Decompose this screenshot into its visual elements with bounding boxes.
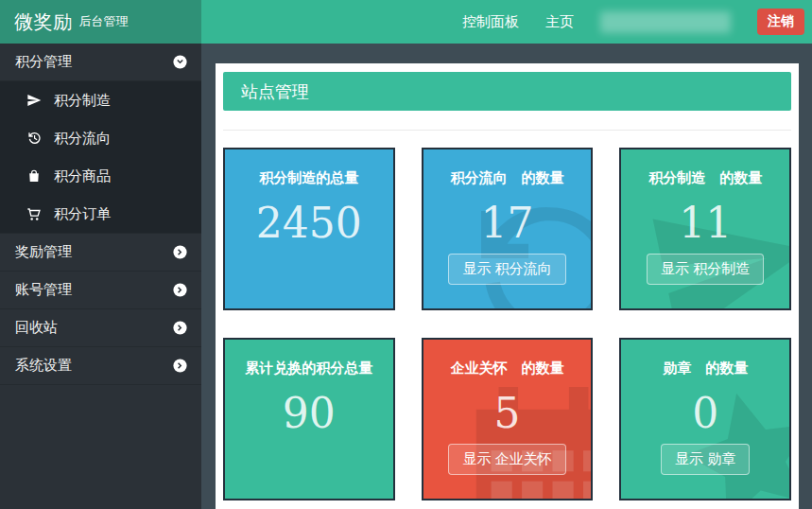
main-layout: 积分管理 积分制造 积分流向 积分商品 bbox=[0, 44, 812, 509]
sidebar-item-label: 积分管理 bbox=[15, 53, 72, 71]
show-points-create-button[interactable]: 显示 积分制造 bbox=[647, 254, 764, 285]
nav-link-home[interactable]: 主页 bbox=[545, 13, 574, 31]
sidebar-subitem-points-flow[interactable]: 积分流向 bbox=[0, 119, 201, 157]
calendar-icon bbox=[454, 376, 593, 500]
topbar: 微奖励 后台管理 控制面板 主页 注销 bbox=[0, 0, 812, 44]
chevron-circle-right-icon bbox=[172, 282, 188, 298]
show-points-flow-button[interactable]: 显示 积分流向 bbox=[448, 254, 565, 285]
shopping-bag-icon bbox=[26, 168, 42, 184]
chevron-circle-right-icon bbox=[172, 320, 188, 336]
show-enterprise-care-button[interactable]: 显示 企业关怀 bbox=[448, 444, 565, 475]
topnav: 控制面板 主页 注销 bbox=[201, 0, 812, 44]
card-value: 17 bbox=[480, 201, 533, 246]
card-title: 企业关怀 的数量 bbox=[450, 360, 563, 377]
sidebar-item-label: 奖励管理 bbox=[15, 243, 72, 261]
sidebar-item-reward-management[interactable]: 奖励管理 bbox=[0, 234, 201, 272]
page-title: 站点管理 bbox=[241, 80, 309, 103]
card-title: 勋章 的数量 bbox=[663, 360, 748, 377]
content-area: 站点管理 积分制造的总量 2450 积分流向 的数量 17 显示 积分流向 bbox=[201, 44, 812, 509]
brand-subtitle: 后台管理 bbox=[79, 13, 129, 30]
card-medal-count: 勋章 的数量 0 显示 勋章 bbox=[619, 338, 791, 500]
sidebar-subitem-label: 积分流向 bbox=[54, 130, 111, 148]
site-management-panel: 站点管理 积分制造的总量 2450 积分流向 的数量 17 显示 积分流向 bbox=[216, 63, 799, 509]
sidebar-item-label: 回收站 bbox=[15, 319, 58, 337]
sidebar-item-account-management[interactable]: 账号管理 bbox=[0, 272, 201, 309]
brand-title: 微奖励 bbox=[14, 9, 73, 35]
card-value: 11 bbox=[679, 201, 732, 246]
panel-title-bar: 站点管理 bbox=[223, 72, 791, 111]
sidebar-subitem-points-orders[interactable]: 积分订单 bbox=[0, 195, 201, 233]
chevron-circle-down-icon bbox=[172, 54, 188, 70]
sidebar-subitem-label: 积分制造 bbox=[54, 92, 111, 110]
sidebar-item-system-settings[interactable]: 系统设置 bbox=[0, 347, 201, 385]
card-title: 积分制造的总量 bbox=[259, 169, 358, 187]
username-redacted bbox=[600, 11, 731, 33]
card-points-redeemed-total: 累计兑换的积分总量 90 bbox=[223, 338, 395, 500]
sidebar-item-label: 账号管理 bbox=[15, 281, 72, 299]
card-enterprise-care-count: 企业关怀 的数量 5 显示 企业关怀 bbox=[422, 338, 594, 500]
chevron-circle-right-icon bbox=[172, 358, 188, 374]
history-icon bbox=[26, 131, 42, 146]
sidebar-subitem-points-goods[interactable]: 积分商品 bbox=[0, 157, 201, 195]
card-value: 5 bbox=[493, 391, 520, 436]
sidebar-item-label: 系统设置 bbox=[15, 357, 72, 375]
card-value: 0 bbox=[692, 391, 718, 436]
sidebar-subitem-points-create[interactable]: 积分制造 bbox=[0, 81, 201, 119]
show-medal-button[interactable]: 显示 勋章 bbox=[661, 444, 750, 475]
brand-logo: 微奖励 后台管理 bbox=[0, 0, 201, 44]
paper-plane-icon bbox=[26, 93, 42, 108]
points-management-submenu: 积分制造 积分流向 积分商品 积分订单 bbox=[0, 81, 201, 234]
card-title: 积分流向 的数量 bbox=[450, 169, 563, 187]
nav-link-control-panel[interactable]: 控制面板 bbox=[462, 13, 519, 31]
card-points-flow-count: 积分流向 的数量 17 显示 积分流向 bbox=[422, 148, 594, 310]
logout-button[interactable]: 注销 bbox=[757, 9, 804, 35]
sidebar-subitem-label: 积分订单 bbox=[54, 205, 111, 223]
card-points-created-total: 积分制造的总量 2450 bbox=[223, 148, 395, 310]
sidebar: 积分管理 积分制造 积分流向 积分商品 bbox=[0, 44, 201, 509]
card-title: 累计兑换的积分总量 bbox=[245, 360, 372, 377]
card-value: 90 bbox=[283, 391, 336, 436]
sidebar-item-points-management[interactable]: 积分管理 bbox=[0, 44, 201, 81]
shopping-cart-icon bbox=[26, 206, 42, 221]
sidebar-item-recycle-bin[interactable]: 回收站 bbox=[0, 309, 201, 347]
star-icon bbox=[664, 367, 791, 500]
chevron-circle-right-icon bbox=[172, 244, 188, 260]
divider bbox=[223, 130, 791, 131]
sidebar-subitem-label: 积分商品 bbox=[54, 167, 111, 185]
card-points-create-count: 积分制造 的数量 11 显示 积分制造 bbox=[619, 148, 791, 310]
card-title: 积分制造 的数量 bbox=[648, 169, 762, 187]
stat-cards-grid: 积分制造的总量 2450 积分流向 的数量 17 显示 积分流向 积分制造 的数… bbox=[223, 148, 791, 500]
card-value: 2450 bbox=[256, 201, 362, 246]
